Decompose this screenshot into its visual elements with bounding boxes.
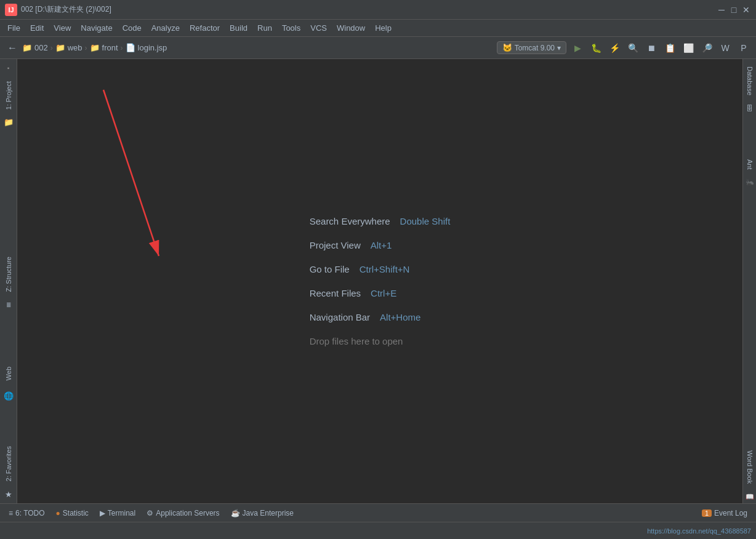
wordbook-icon: 📖 [743, 490, 757, 503]
file-icon-login: 📄 [126, 43, 135, 52]
menu-window[interactable]: Window [332, 22, 370, 34]
title-bar-left: IJ 002 [D:\新建文件夹 (2)\002] [5, 4, 111, 16]
editor-area[interactable]: Search Everywhere Double Shift Project V… [17, 59, 742, 503]
bottom-tab-todo[interactable]: ≡ 6: TODO [4, 507, 50, 519]
appservers-icon: ⚙ [147, 509, 153, 517]
breadcrumb: ← 📁 002 › 📁 web › 📁 front › 📄 login.jsp [5, 41, 167, 55]
help-shortcut-goto: Ctrl+Shift+N [360, 264, 410, 274]
nav-bar: ← 📁 002 › 📁 web › 📁 front › 📄 login.jsp … [0, 37, 756, 59]
menu-file[interactable]: File [2, 22, 25, 34]
database-icon: 🗄 [743, 102, 757, 115]
window-title: 002 [D:\新建文件夹 (2)\002] [21, 4, 111, 15]
help-row-search: Search Everywhere Double Shift [310, 216, 451, 226]
annotation-arrow [36, 84, 183, 281]
main-layout: ▪ 1: Project 📁 Z: Structure ≣ Web 🌐 2: F… [0, 59, 756, 503]
menu-help[interactable]: Help [370, 22, 396, 34]
help-row-drop: Drop files here to open [310, 336, 451, 346]
todo-label: 6: TODO [15, 509, 45, 517]
help-shortcut-project: Alt+1 [371, 240, 392, 250]
coverage-button[interactable]: ⚡ [607, 41, 622, 55]
eventlog-label: Event Log [714, 509, 747, 517]
help-label-drop: Drop files here to open [310, 336, 403, 346]
profile-button[interactable]: 🔍 [625, 41, 640, 55]
toolbar-btn2[interactable]: ⬜ [681, 41, 696, 55]
bottom-tab-eventlog[interactable]: 1 Event Log [697, 507, 752, 519]
run-button[interactable]: ▶ [570, 41, 585, 55]
sidebar-tab-web[interactable]: Web [2, 362, 15, 385]
title-bar: IJ 002 [D:\新建文件夹 (2)\002] ─ □ ✕ [0, 0, 756, 20]
maximize-button[interactable]: □ [729, 5, 739, 15]
bottom-bar: ≡ 6: TODO ● Statistic ▶ Terminal ⚙ Appli… [0, 503, 756, 522]
sidebar-favorites-icon: ★ [2, 487, 15, 501]
menu-build[interactable]: Build [225, 22, 252, 34]
terminal-label: Terminal [108, 509, 135, 517]
tomcat-config-button[interactable]: 🐱 Tomcat 9.00 ▾ [497, 41, 566, 54]
sidebar-tab-project[interactable]: 1: Project [2, 76, 15, 114]
help-label-goto: Go to File [310, 264, 350, 274]
help-shortcut-nav: Alt+Home [380, 312, 420, 322]
chevron-down-icon: ▾ [557, 44, 561, 52]
help-shortcut-search: Double Shift [400, 216, 451, 226]
toolbar-right: 🐱 Tomcat 9.00 ▾ ▶ 🐛 ⚡ 🔍 ⏹ 📋 ⬜ 🔎 W P [497, 41, 751, 55]
help-shortcut-recent: Ctrl+E [371, 288, 396, 298]
sidebar-web-icon: 🌐 [2, 389, 15, 403]
help-label-recent: Recent Files [310, 288, 361, 298]
appservers-label: Application Servers [156, 509, 219, 517]
minimize-button[interactable]: ─ [717, 5, 726, 15]
bottom-tab-appservers[interactable]: ⚙ Application Servers [142, 507, 224, 519]
folder-icon-002: 📁 [22, 43, 32, 52]
javaenterprise-icon: ☕ [231, 509, 240, 517]
statistic-icon: ● [56, 509, 60, 517]
right-sidebar: Database 🗄 Ant 🐜 Word Book 📖 [742, 59, 756, 503]
stop-button[interactable]: ⏹ [644, 41, 659, 55]
breadcrumb-login-jsp[interactable]: login.jsp [138, 43, 167, 52]
debug-button[interactable]: 🐛 [589, 41, 603, 55]
eventlog-badge: 1 [702, 509, 712, 517]
terminal-icon: ▶ [100, 509, 105, 517]
help-label-project: Project View [310, 240, 361, 250]
menu-code[interactable]: Code [118, 22, 147, 34]
menu-tools[interactable]: Tools [277, 22, 305, 34]
menu-bar: File Edit View Navigate Code Analyze Ref… [0, 20, 756, 37]
help-row-project: Project View Alt+1 [310, 240, 451, 250]
help-row-recent: Recent Files Ctrl+E [310, 288, 451, 298]
search-everywhere-btn[interactable]: 🔎 [699, 41, 714, 55]
settings-btn[interactable]: W [718, 41, 733, 55]
menu-analyze[interactable]: Analyze [147, 22, 185, 34]
sidebar-tab-favorites[interactable]: 2: Favorites [2, 441, 15, 486]
sidebar-tab-wordbook[interactable]: Word Book [745, 445, 755, 489]
menu-run[interactable]: Run [252, 22, 277, 34]
todo-icon: ≡ [9, 509, 13, 517]
help-label-search: Search Everywhere [310, 216, 390, 226]
sidebar-tab-ant[interactable]: Ant [745, 154, 755, 175]
sidebar-top-icon: ▪ [2, 62, 15, 75]
sidebar-structure-icon: ≣ [2, 298, 15, 312]
breadcrumb-web[interactable]: web [68, 43, 82, 52]
extra-btn[interactable]: P [736, 41, 751, 55]
bottom-tab-statistic[interactable]: ● Statistic [51, 507, 94, 519]
menu-refactor[interactable]: Refactor [185, 22, 225, 34]
editor-help-text: Search Everywhere Double Shift Project V… [310, 216, 451, 346]
sidebar-tab-structure[interactable]: Z: Structure [2, 252, 15, 297]
sidebar-tab-database[interactable]: Database [745, 62, 755, 100]
javaenterprise-label: Java Enterprise [243, 509, 294, 517]
sidebar-folder-icon: 📁 [2, 116, 15, 129]
menu-edit[interactable]: Edit [25, 22, 49, 34]
folder-icon-front: 📁 [90, 43, 100, 52]
close-button[interactable]: ✕ [741, 5, 751, 15]
menu-navigate[interactable]: Navigate [76, 22, 117, 34]
folder-icon-web: 📁 [55, 43, 65, 52]
breadcrumb-002[interactable]: 002 [34, 43, 48, 52]
toolbar-btn1[interactable]: 📋 [662, 41, 677, 55]
back-button[interactable]: ← [5, 41, 20, 55]
bottom-tab-terminal[interactable]: ▶ Terminal [95, 507, 140, 519]
breadcrumb-front[interactable]: front [102, 43, 118, 52]
svg-line-1 [103, 90, 159, 256]
menu-vcs[interactable]: VCS [305, 22, 332, 34]
bottom-tab-javaenterprise[interactable]: ☕ Java Enterprise [226, 507, 299, 519]
left-sidebar: ▪ 1: Project 📁 Z: Structure ≣ Web 🌐 2: F… [0, 59, 17, 503]
statistic-label: Statistic [63, 509, 89, 517]
tomcat-label: Tomcat 9.00 [515, 44, 555, 52]
ant-icon: 🐜 [743, 176, 757, 190]
menu-view[interactable]: View [49, 22, 76, 34]
